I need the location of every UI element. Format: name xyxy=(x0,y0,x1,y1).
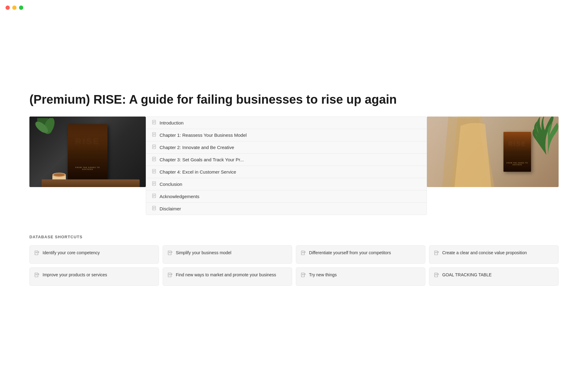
maximize-button[interactable] xyxy=(19,6,23,10)
toc-item-label: Chapter 2: Innovate and Be Creative xyxy=(160,145,234,150)
shortcut-card[interactable]: Improve your products or services xyxy=(29,267,159,286)
page-icon xyxy=(35,273,40,278)
shortcut-label: Find new ways to market and promote your… xyxy=(176,272,276,278)
db-shortcuts-section: DATABASE SHORTCUTS Identify your core co… xyxy=(29,235,559,286)
shortcuts-grid: Identify your core competency Simplify y… xyxy=(29,245,559,286)
shortcut-label: Create a clear and concise value proposi… xyxy=(442,250,527,256)
document-icon xyxy=(152,194,156,199)
shortcut-card[interactable]: Simplify your business model xyxy=(163,245,292,264)
shortcut-card[interactable]: Try new things xyxy=(296,267,425,286)
minimize-button[interactable] xyxy=(12,6,17,10)
toc-item[interactable]: Chapter 3: Set Goals and Track Your Pr..… xyxy=(146,154,427,166)
shortcut-label: Identify your core competency xyxy=(43,250,100,256)
close-button[interactable] xyxy=(6,6,10,10)
shortcut-label: GOAL TRACKING TABLE xyxy=(442,272,492,278)
shortcut-label: Simplify your business model xyxy=(176,250,231,256)
document-icon xyxy=(152,206,156,212)
page-icon xyxy=(35,251,40,256)
document-icon xyxy=(152,157,156,163)
book-cover-left xyxy=(29,117,146,187)
document-icon xyxy=(152,169,156,175)
page-icon xyxy=(168,251,173,256)
shortcut-card[interactable]: Find new ways to market and promote your… xyxy=(163,267,292,286)
book-visual-left xyxy=(68,124,107,179)
page-icon xyxy=(168,273,173,278)
toc-item-label: Chapter 4: Excel in Customer Service xyxy=(160,169,236,174)
book-cover-right xyxy=(427,117,559,187)
wooden-board xyxy=(42,179,140,187)
page-icon xyxy=(434,251,439,256)
toc-item-label: Introduction xyxy=(160,120,183,125)
shortcut-label: Differentiate yourself from your competi… xyxy=(309,250,391,256)
shortcut-card[interactable]: Identify your core competency xyxy=(29,245,159,264)
toc-item-label: Conclusion xyxy=(160,182,182,187)
document-icon xyxy=(152,120,156,126)
toc-item[interactable]: Conclusion xyxy=(146,178,427,190)
toc-item[interactable]: Chapter 2: Innovate and Be Creative xyxy=(146,141,427,154)
toc-item[interactable]: Chapter 1: Reassess Your Business Model xyxy=(146,129,427,141)
hero-image-right xyxy=(427,117,559,187)
toc-item-label: Acknowledgements xyxy=(160,194,199,199)
document-icon xyxy=(152,132,156,138)
page-icon xyxy=(301,273,306,278)
toc-item-label: Chapter 3: Set Goals and Track Your Pr..… xyxy=(160,157,244,162)
page-title: (Premium) RISE: A guide for failing busi… xyxy=(29,92,559,107)
document-icon xyxy=(152,144,156,150)
shortcut-card[interactable]: Differentiate yourself from your competi… xyxy=(296,245,425,264)
toc-item[interactable]: Disclaimer xyxy=(146,203,427,215)
table-of-contents: Introduction Chapter 1: Reassess Your Bu… xyxy=(146,117,427,215)
toc-item[interactable]: Introduction xyxy=(146,117,427,129)
book-image-right xyxy=(503,132,531,172)
page-icon xyxy=(301,251,306,256)
document-icon xyxy=(152,181,156,187)
traffic-lights xyxy=(6,6,23,10)
toc-item[interactable]: Acknowledgements xyxy=(146,190,427,203)
shortcut-label: Improve your products or services xyxy=(43,272,107,278)
shortcut-card[interactable]: GOAL TRACKING TABLE xyxy=(429,267,559,286)
toc-item-label: Chapter 1: Reassess Your Business Model xyxy=(160,132,247,138)
db-shortcuts-title: DATABASE SHORTCUTS xyxy=(29,235,559,239)
toc-item-label: Disclaimer xyxy=(160,206,181,211)
page-icon xyxy=(434,273,439,278)
main-content: (Premium) RISE: A guide for failing busi… xyxy=(0,0,588,310)
toc-item[interactable]: Chapter 4: Excel in Customer Service xyxy=(146,166,427,178)
svg-point-6 xyxy=(54,173,65,176)
shortcut-card[interactable]: Create a clear and concise value proposi… xyxy=(429,245,559,264)
book-image-left xyxy=(68,124,107,179)
plant-decoration xyxy=(32,118,57,146)
shortcut-label: Try new things xyxy=(309,272,337,278)
hero-section: Introduction Chapter 1: Reassess Your Bu… xyxy=(29,117,559,215)
hero-image-left xyxy=(29,117,146,187)
toc-items-container: Introduction Chapter 1: Reassess Your Bu… xyxy=(146,117,427,215)
